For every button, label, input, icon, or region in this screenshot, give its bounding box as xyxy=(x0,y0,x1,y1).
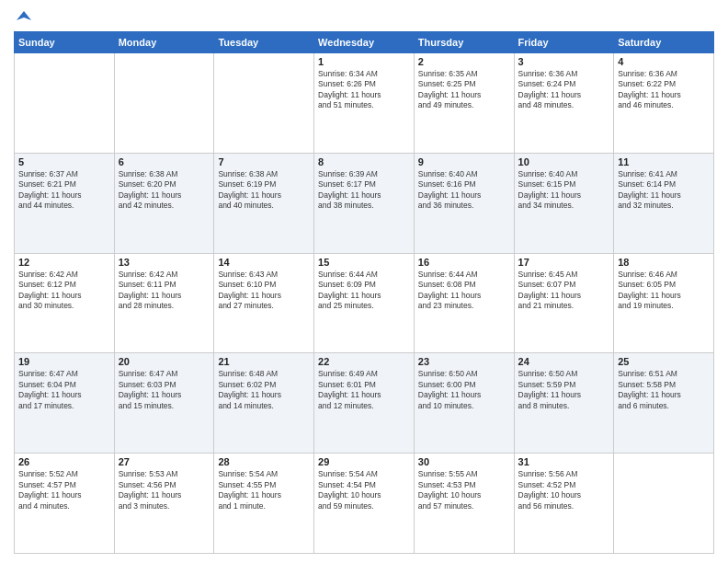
calendar-cell: 31Sunrise: 5:56 AMSunset: 4:52 PMDayligh… xyxy=(514,454,614,554)
cell-info: Sunrise: 6:37 AMSunset: 6:21 PMDaylight:… xyxy=(18,169,110,212)
calendar-cell: 18Sunrise: 6:46 AMSunset: 6:05 PMDayligh… xyxy=(614,253,714,353)
cell-info: Sunrise: 6:47 AMSunset: 6:03 PMDaylight:… xyxy=(119,369,210,411)
day-number: 1 xyxy=(318,56,410,67)
calendar-cell: 19Sunrise: 6:47 AMSunset: 6:04 PMDayligh… xyxy=(15,353,115,454)
day-number: 14 xyxy=(218,257,310,268)
cell-info: Sunrise: 5:54 AMSunset: 4:54 PMDaylight:… xyxy=(318,469,410,511)
svg-marker-0 xyxy=(17,11,31,20)
calendar-row: 5Sunrise: 6:37 AMSunset: 6:21 PMDaylight… xyxy=(15,153,714,253)
cell-info: Sunrise: 5:54 AMSunset: 4:55 PMDaylight:… xyxy=(218,469,310,511)
weekday-header: Friday xyxy=(514,32,614,53)
day-number: 13 xyxy=(119,257,210,268)
weekday-header: Saturday xyxy=(614,32,714,53)
day-number: 3 xyxy=(518,56,610,67)
calendar-cell: 30Sunrise: 5:55 AMSunset: 4:53 PMDayligh… xyxy=(414,454,514,554)
day-number: 7 xyxy=(218,156,310,167)
cell-info: Sunrise: 6:36 AMSunset: 6:22 PMDaylight:… xyxy=(618,69,710,111)
calendar-cell xyxy=(614,454,714,554)
calendar-cell: 24Sunrise: 6:50 AMSunset: 5:59 PMDayligh… xyxy=(514,353,614,454)
day-number: 2 xyxy=(418,56,510,67)
logo xyxy=(14,9,34,26)
cell-info: Sunrise: 6:38 AMSunset: 6:19 PMDaylight:… xyxy=(218,169,310,212)
calendar-cell: 22Sunrise: 6:49 AMSunset: 6:01 PMDayligh… xyxy=(314,353,415,454)
day-number: 20 xyxy=(119,356,210,367)
cell-info: Sunrise: 6:40 AMSunset: 6:16 PMDaylight:… xyxy=(418,169,510,212)
page: SundayMondayTuesdayWednesdayThursdayFrid… xyxy=(0,0,728,563)
cell-info: Sunrise: 6:35 AMSunset: 6:25 PMDaylight:… xyxy=(418,69,510,111)
day-number: 26 xyxy=(18,456,110,467)
cell-info: Sunrise: 5:53 AMSunset: 4:56 PMDaylight:… xyxy=(119,469,210,511)
cell-info: Sunrise: 6:41 AMSunset: 6:14 PMDaylight:… xyxy=(618,169,710,212)
calendar-table: SundayMondayTuesdayWednesdayThursdayFrid… xyxy=(14,31,714,554)
cell-info: Sunrise: 5:52 AMSunset: 4:57 PMDaylight:… xyxy=(18,469,110,511)
cell-info: Sunrise: 5:55 AMSunset: 4:53 PMDaylight:… xyxy=(418,469,510,511)
cell-info: Sunrise: 6:46 AMSunset: 6:05 PMDaylight:… xyxy=(618,270,710,312)
calendar-cell: 20Sunrise: 6:47 AMSunset: 6:03 PMDayligh… xyxy=(114,353,214,454)
calendar-cell: 28Sunrise: 5:54 AMSunset: 4:55 PMDayligh… xyxy=(214,454,314,554)
day-number: 19 xyxy=(18,356,110,367)
day-number: 27 xyxy=(119,456,210,467)
calendar-cell: 14Sunrise: 6:43 AMSunset: 6:10 PMDayligh… xyxy=(214,253,314,353)
calendar-cell: 7Sunrise: 6:38 AMSunset: 6:19 PMDaylight… xyxy=(214,153,314,253)
calendar-cell: 6Sunrise: 6:38 AMSunset: 6:20 PMDaylight… xyxy=(114,153,214,253)
calendar-cell xyxy=(214,53,314,154)
cell-info: Sunrise: 6:42 AMSunset: 6:11 PMDaylight:… xyxy=(119,270,210,312)
weekday-header: Wednesday xyxy=(314,32,415,53)
calendar-cell: 11Sunrise: 6:41 AMSunset: 6:14 PMDayligh… xyxy=(614,153,714,253)
day-number: 12 xyxy=(18,257,110,268)
calendar-cell: 17Sunrise: 6:45 AMSunset: 6:07 PMDayligh… xyxy=(514,253,614,353)
calendar-cell: 21Sunrise: 6:48 AMSunset: 6:02 PMDayligh… xyxy=(214,353,314,454)
day-number: 28 xyxy=(218,456,310,467)
day-number: 18 xyxy=(618,257,710,268)
cell-info: Sunrise: 6:50 AMSunset: 5:59 PMDaylight:… xyxy=(518,369,610,411)
logo-icon xyxy=(15,9,33,28)
calendar-cell: 1Sunrise: 6:34 AMSunset: 6:26 PMDaylight… xyxy=(314,53,415,154)
cell-info: Sunrise: 6:49 AMSunset: 6:01 PMDaylight:… xyxy=(318,369,410,411)
cell-info: Sunrise: 6:40 AMSunset: 6:15 PMDaylight:… xyxy=(518,169,610,212)
day-number: 4 xyxy=(618,56,710,67)
day-number: 16 xyxy=(418,257,510,268)
weekday-header: Thursday xyxy=(414,32,514,53)
day-number: 23 xyxy=(418,356,510,367)
calendar-cell: 23Sunrise: 6:50 AMSunset: 6:00 PMDayligh… xyxy=(414,353,514,454)
cell-info: Sunrise: 6:51 AMSunset: 5:58 PMDaylight:… xyxy=(618,369,710,411)
cell-info: Sunrise: 6:45 AMSunset: 6:07 PMDaylight:… xyxy=(518,270,610,312)
day-number: 8 xyxy=(318,156,410,167)
calendar-cell: 9Sunrise: 6:40 AMSunset: 6:16 PMDaylight… xyxy=(414,153,514,253)
day-number: 17 xyxy=(518,257,610,268)
calendar-cell: 10Sunrise: 6:40 AMSunset: 6:15 PMDayligh… xyxy=(514,153,614,253)
cell-info: Sunrise: 5:56 AMSunset: 4:52 PMDaylight:… xyxy=(518,469,610,511)
calendar-header-row: SundayMondayTuesdayWednesdayThursdayFrid… xyxy=(15,32,714,53)
calendar-cell: 15Sunrise: 6:44 AMSunset: 6:09 PMDayligh… xyxy=(314,253,415,353)
day-number: 24 xyxy=(518,356,610,367)
day-number: 9 xyxy=(418,156,510,167)
cell-info: Sunrise: 6:47 AMSunset: 6:04 PMDaylight:… xyxy=(18,369,110,411)
calendar-cell: 13Sunrise: 6:42 AMSunset: 6:11 PMDayligh… xyxy=(114,253,214,353)
calendar-cell: 27Sunrise: 5:53 AMSunset: 4:56 PMDayligh… xyxy=(114,454,214,554)
day-number: 11 xyxy=(618,156,710,167)
cell-info: Sunrise: 6:34 AMSunset: 6:26 PMDaylight:… xyxy=(318,69,410,111)
calendar-cell: 8Sunrise: 6:39 AMSunset: 6:17 PMDaylight… xyxy=(314,153,415,253)
day-number: 29 xyxy=(318,456,410,467)
day-number: 5 xyxy=(18,156,110,167)
day-number: 22 xyxy=(318,356,410,367)
day-number: 15 xyxy=(318,257,410,268)
calendar-row: 26Sunrise: 5:52 AMSunset: 4:57 PMDayligh… xyxy=(15,454,714,554)
cell-info: Sunrise: 6:38 AMSunset: 6:20 PMDaylight:… xyxy=(119,169,210,212)
day-number: 21 xyxy=(218,356,310,367)
weekday-header: Tuesday xyxy=(214,32,314,53)
day-number: 6 xyxy=(119,156,210,167)
calendar-cell: 4Sunrise: 6:36 AMSunset: 6:22 PMDaylight… xyxy=(614,53,714,154)
cell-info: Sunrise: 6:44 AMSunset: 6:08 PMDaylight:… xyxy=(418,270,510,312)
cell-info: Sunrise: 6:42 AMSunset: 6:12 PMDaylight:… xyxy=(18,270,110,312)
weekday-header: Monday xyxy=(114,32,214,53)
header xyxy=(14,9,714,26)
cell-info: Sunrise: 6:50 AMSunset: 6:00 PMDaylight:… xyxy=(418,369,510,411)
day-number: 31 xyxy=(518,456,610,467)
weekday-header: Sunday xyxy=(15,32,115,53)
calendar-row: 1Sunrise: 6:34 AMSunset: 6:26 PMDaylight… xyxy=(15,53,714,154)
calendar-cell xyxy=(15,53,115,154)
calendar-cell xyxy=(114,53,214,154)
calendar-cell: 12Sunrise: 6:42 AMSunset: 6:12 PMDayligh… xyxy=(15,253,115,353)
cell-info: Sunrise: 6:39 AMSunset: 6:17 PMDaylight:… xyxy=(318,169,410,212)
